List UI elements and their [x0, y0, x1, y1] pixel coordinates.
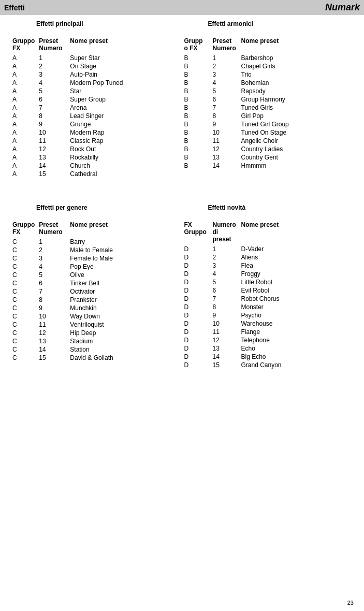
table-cell: 2: [37, 62, 68, 70]
table-cell: C: [10, 337, 37, 345]
table-cell: 3: [37, 70, 68, 79]
table-cell: 15: [37, 170, 68, 178]
table3: Gruppo FX Preset Numero Nome preset C1Ba…: [10, 221, 182, 362]
table-cell: 3: [211, 70, 239, 79]
table4-col2-header: Numero di preset: [211, 221, 239, 245]
table-cell: Rapsody: [239, 87, 354, 95]
table-row: A7Arena: [10, 104, 182, 112]
table-cell: 4: [37, 263, 68, 271]
table-cell: A: [10, 120, 37, 128]
table-cell: Tuned Girls: [239, 104, 354, 112]
table-row: A14Church: [10, 162, 182, 170]
table-cell: Hip Deep: [68, 329, 182, 337]
table-cell: On Stage: [68, 62, 182, 70]
table-cell: 7: [211, 295, 239, 303]
table-row: D7Robot Chorus: [182, 295, 354, 303]
table-cell: Munchkin: [68, 304, 182, 312]
table-row: D11Flange: [182, 328, 354, 336]
table-cell: David & Goliath: [68, 354, 182, 362]
table-cell: 15: [211, 361, 239, 369]
section2-title-container: Effetti armonici: [182, 20, 354, 32]
table-cell: 9: [37, 120, 68, 128]
table-cell: 12: [211, 336, 239, 344]
table-cell: A: [10, 128, 37, 137]
table4-col1-header: FX Gruppo: [182, 221, 211, 245]
table-row: A10Modern Rap: [10, 128, 182, 137]
table-row: A8Lead Singer: [10, 112, 182, 120]
table-cell: A: [10, 145, 37, 153]
table-cell: Star: [68, 87, 182, 95]
table-cell: 8: [211, 303, 239, 311]
section2-title: Effetti armonici: [182, 20, 354, 27]
table-cell: A: [10, 87, 37, 95]
table-row: D15Grand Canyon: [182, 361, 354, 369]
table-cell: Group Harmony: [239, 95, 354, 104]
table-cell: 1: [37, 54, 68, 62]
table-cell: D-Vader: [239, 245, 354, 253]
table-cell: A: [10, 95, 37, 104]
section1-title-container: Effetti principali: [10, 20, 182, 32]
table1-container: Gruppo FX Preset Numero Nome preset A1Su…: [10, 37, 182, 178]
table-row: D6Evil Robot: [182, 286, 354, 295]
table-row: C2Male to Female: [10, 246, 182, 254]
tables-row-2: Gruppo FX Preset Numero Nome preset C1Ba…: [10, 221, 354, 369]
table-row: B1Barbershop: [182, 54, 354, 62]
table-row: D1D-Vader: [182, 245, 354, 253]
table-cell: 14: [37, 345, 68, 354]
table-cell: Rock Out: [68, 145, 182, 153]
table-row: A2On Stage: [10, 62, 182, 70]
table-row: A1Super Star: [10, 54, 182, 62]
table-row: C3Female to Male: [10, 254, 182, 263]
table-cell: C: [10, 263, 37, 271]
table2-col1-header: Gruppo FX: [182, 37, 211, 54]
table-cell: A: [10, 54, 37, 62]
table-cell: 8: [37, 296, 68, 304]
table-row: A15Cathedral: [10, 170, 182, 178]
table-row: C10Way Down: [10, 312, 182, 321]
table-cell: Trio: [239, 70, 354, 79]
table-row: B3Trio: [182, 70, 354, 79]
table-cell: D: [182, 319, 211, 328]
table-cell: 12: [211, 145, 239, 153]
table-cell: Evil Robot: [239, 286, 354, 295]
table-cell: B: [182, 79, 211, 87]
table1-col1-header: Gruppo FX: [10, 37, 37, 54]
table-cell: Rockabilly: [68, 153, 182, 162]
table-row: D12Telephone: [182, 336, 354, 344]
section-titles-row: Effetti principali Effetti armonici: [10, 20, 354, 32]
table-cell: Lead Singer: [68, 112, 182, 120]
table-row: B7Tuned Girls: [182, 104, 354, 112]
table-cell: C: [10, 238, 37, 246]
table-cell: C: [10, 287, 37, 296]
table-cell: Modern Pop Tuned: [68, 79, 182, 87]
table-cell: Super Star: [68, 54, 182, 62]
table-cell: C: [10, 271, 37, 279]
table-cell: D: [182, 278, 211, 286]
table-cell: B: [182, 128, 211, 137]
table-cell: Pop Eye: [68, 263, 182, 271]
table-cell: B: [182, 137, 211, 145]
section1-title: Effetti principali: [10, 20, 182, 27]
table-cell: 14: [37, 162, 68, 170]
table-cell: Bohemian: [239, 79, 354, 87]
table-cell: C: [10, 312, 37, 321]
table-row: A11Classic Rap: [10, 137, 182, 145]
table-cell: Barry: [68, 238, 182, 246]
table-cell: A: [10, 162, 37, 170]
table-cell: B: [182, 162, 211, 170]
table-cell: Froggy: [239, 270, 354, 278]
table4-col3-header: Nome preset: [239, 221, 354, 245]
table-row: C8Prankster: [10, 296, 182, 304]
table-cell: 1: [211, 54, 239, 62]
table-cell: 9: [211, 311, 239, 319]
table-cell: Girl Pop: [239, 112, 354, 120]
table-cell: 7: [211, 104, 239, 112]
table-cell: A: [10, 153, 37, 162]
table-cell: Psycho: [239, 311, 354, 319]
table-cell: Tinker Bell: [68, 279, 182, 287]
table-cell: 11: [211, 328, 239, 336]
table-row: C4Pop Eye: [10, 263, 182, 271]
table-cell: D: [182, 261, 211, 270]
table-cell: Angelic Choir: [239, 137, 354, 145]
table1: Gruppo FX Preset Numero Nome preset A1Su…: [10, 37, 182, 178]
